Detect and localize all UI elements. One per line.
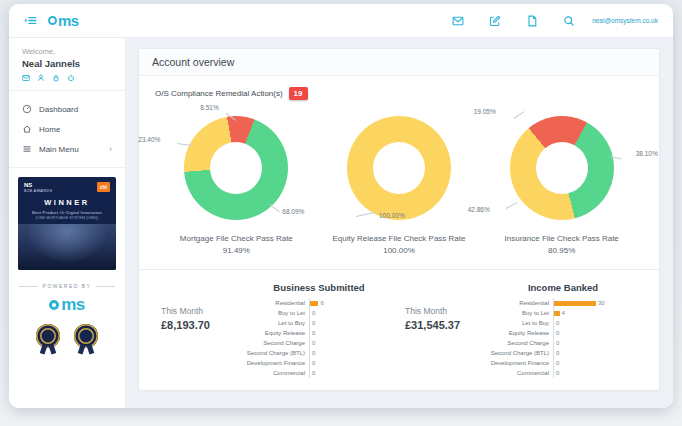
bar-category-label: Development Finance <box>489 360 553 366</box>
award-banner-header: NS B2B AWARDS chl <box>18 177 116 195</box>
main-content: Account overview O/S Compliance Remedial… <box>126 38 673 408</box>
compliance-row: O/S Compliance Remedial Action(s) 19 <box>155 87 643 100</box>
bar <box>310 301 318 306</box>
donut-ring <box>184 116 288 220</box>
donut-plot: 19.05% 38.10% 42.86% <box>510 116 614 220</box>
donut-pass-rate: 91.49% <box>223 246 250 255</box>
bar <box>554 301 596 306</box>
award-rosette-badge <box>36 324 60 348</box>
bar-category-label: Residential <box>489 300 553 306</box>
donut-title: Equity Release File Check Pass Rate <box>333 234 466 243</box>
award-banner-image: NS B2B AWARDS chl WINNER Best Product Or… <box>18 177 116 270</box>
logout-icon[interactable] <box>67 74 75 82</box>
bar-value: 0 <box>312 370 315 376</box>
bar-category-label: Buy to Let <box>489 310 553 316</box>
app-window: oms neal@omsystem.co.uk <box>9 4 673 408</box>
donut-chart-mortgage: 8.51% 68.09% 23.40% Mortgage File Check … <box>155 116 318 255</box>
bar-chart: Income Banked Residential30Buy to Let4Le… <box>489 282 637 378</box>
user-email-link[interactable]: neal@omsystem.co.uk <box>592 17 658 24</box>
divider <box>9 167 125 168</box>
period-summary: This Month £31,545.37 <box>405 282 489 378</box>
bar-row: Buy to Let4 <box>489 308 637 318</box>
bar-category-label: Second Charge <box>489 340 553 346</box>
bar-chart-plot: Residential6Buy to Let0Let to Buy0Equity… <box>245 298 393 378</box>
oms-logo: oms <box>48 12 79 29</box>
bar-charts-row: This Month £8,193.70 Business Submitted … <box>155 282 643 378</box>
award-category-text: Best Product Or Digital Innovation <box>18 210 116 215</box>
bar-category-label: Second Charge <box>245 340 309 346</box>
bar-row: Development Finance0 <box>489 358 637 368</box>
sidebar-item-label: Dashboard <box>39 105 78 114</box>
mail-icon[interactable] <box>452 15 464 27</box>
card-body: O/S Compliance Remedial Action(s) 19 8.5… <box>139 76 659 390</box>
message-icon[interactable] <box>22 74 30 82</box>
sidebar-item-home[interactable]: Home <box>9 119 125 139</box>
sidebar: Welcome, Neal Jannels Dashboard Home <box>9 38 126 408</box>
oms-logo-o: o <box>49 300 59 310</box>
donut-segment-label: 23.40% <box>138 136 160 143</box>
income-banked-panel: This Month £31,545.37 Income Banked Resi… <box>399 282 643 378</box>
bar-row: Second Charge0 <box>489 338 637 348</box>
bar-value: 0 <box>312 350 315 356</box>
lock-icon[interactable] <box>52 74 60 82</box>
sidebar-item-main-menu[interactable]: Main Menu › <box>9 139 125 159</box>
bar-value: 0 <box>312 360 315 366</box>
bar-row: Residential6 <box>245 298 393 308</box>
bar-row: Let to Buy0 <box>245 318 393 328</box>
bar-category-label: Commercial <box>489 370 553 376</box>
donut-plot: 100.00% <box>347 116 451 220</box>
bar-value: 0 <box>556 340 559 346</box>
bar-value: 0 <box>312 330 315 336</box>
edit-icon[interactable] <box>489 15 501 27</box>
donut-segment-label: 68.09% <box>282 208 304 215</box>
bar-category-label: Second Charge (BTL) <box>489 350 553 356</box>
award-org-subtitle: B2B AWARDS <box>24 189 52 193</box>
bar-value: 0 <box>312 340 315 346</box>
divider <box>19 286 38 287</box>
search-icon[interactable] <box>563 15 575 27</box>
bar-value: 0 <box>312 320 315 326</box>
donut-chart-equity-release: 100.00% Equity Release File Check Pass R… <box>318 116 481 255</box>
powered-by: POWERED BY <box>19 283 115 289</box>
bar-category-label: Development Finance <box>245 360 309 366</box>
donut-ring <box>510 116 614 220</box>
bar-row: Let to Buy0 <box>489 318 637 328</box>
label-leader-line <box>270 204 280 212</box>
donut-segment-label: 8.51% <box>200 104 218 111</box>
bar-row: Second Charge (BTL)0 <box>245 348 393 358</box>
sidebar-item-label: Home <box>39 125 60 134</box>
profile-icon[interactable] <box>37 74 45 82</box>
divider <box>96 286 115 287</box>
sidebar-item-dashboard[interactable]: Dashboard <box>9 99 125 119</box>
divider <box>139 269 659 270</box>
donut-title: Insurance File Check Pass Rate <box>505 234 619 243</box>
bar-row: Buy to Let0 <box>245 308 393 318</box>
bar-row: Equity Release0 <box>245 328 393 338</box>
top-navbar: oms neal@omsystem.co.uk <box>9 4 673 38</box>
chevron-right-icon: › <box>109 145 112 154</box>
period-amount: £8,193.70 <box>161 319 245 331</box>
user-name: Neal Jannels <box>22 58 112 69</box>
label-leader-line <box>513 111 523 119</box>
compliance-label: O/S Compliance Remedial Action(s) <box>155 89 283 98</box>
donut-plot: 8.51% 68.09% 23.40% <box>184 116 288 220</box>
document-icon[interactable] <box>526 15 538 27</box>
powered-by-label: POWERED BY <box>43 283 92 289</box>
account-overview-card: Account overview O/S Compliance Remedial… <box>138 48 660 391</box>
bar-category-label: Equity Release <box>489 330 553 336</box>
donut-pass-rate: 100.00% <box>383 246 415 255</box>
period-label: This Month <box>405 306 489 316</box>
sidebar-toggle-icon[interactable] <box>24 14 37 27</box>
page-title: Account overview <box>139 49 659 76</box>
oms-footer-logo: oms <box>9 295 125 315</box>
compliance-count-badge[interactable]: 19 <box>289 87 308 100</box>
bar-row: Commercial0 <box>489 368 637 378</box>
label-leader-line <box>356 212 376 217</box>
desktop-background: oms neal@omsystem.co.uk <box>0 0 682 426</box>
business-submitted-panel: This Month £8,193.70 Business Submitted … <box>155 282 399 378</box>
bar-value: 0 <box>556 360 559 366</box>
oms-logo-ms: ms <box>61 295 85 315</box>
bar <box>554 311 560 316</box>
period-amount: £31,545.37 <box>405 319 489 331</box>
bar-chart-title: Business Submitted <box>245 282 393 293</box>
